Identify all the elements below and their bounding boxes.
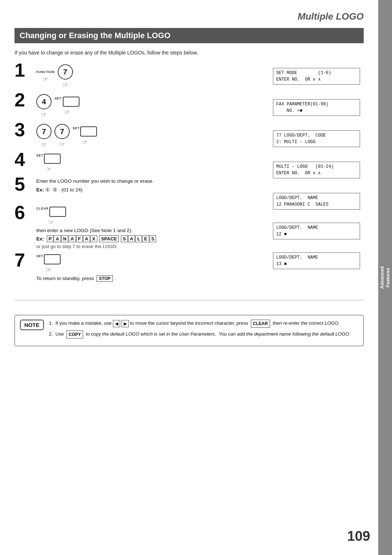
step-5-content: Enter the LOGO number you wish to change… [36, 176, 262, 193]
step-5-number: 5 [15, 175, 36, 194]
kbd-A2: A [69, 235, 75, 242]
hand-icon-1: ☞ [42, 75, 48, 83]
display-box-4: MULTI - LOGO (01-24)ENTER NO. OR ∨ ∧ [273, 162, 360, 178]
key-7b-group: 7 ☞ [54, 124, 70, 149]
hand-icon-5: ☞ [41, 141, 47, 149]
step-2-number: 2 [15, 90, 36, 109]
page-title: Multiple LOGO [15, 11, 364, 22]
step-7-buttons: SET ☞ [36, 254, 262, 274]
page-number: 109 [347, 528, 370, 544]
kbd-P: P [47, 235, 54, 242]
clear-key-group: CLEAR ☞ [36, 207, 66, 226]
note-item-2: 2. Use COPY to copy the default LOGO whi… [49, 331, 358, 339]
stop-key: STOP [97, 275, 113, 282]
kbd-S: S [121, 235, 128, 242]
key-4-group: 4 ☞ [36, 94, 52, 119]
sidebar-label: AdvancedFeatures [379, 266, 391, 289]
step-5-text: Enter the LOGO number you wish to change… [36, 178, 262, 184]
step-7-number: 7 [15, 251, 36, 270]
note-label: NOTE [20, 320, 44, 330]
step-2-content: 4 ☞ SET ☞ [36, 92, 262, 119]
kbd-space: SPACE [99, 235, 119, 242]
step-1: 1 FUNCTION ☞ 7 ☞ [15, 62, 262, 89]
key-7-group-1: 7 ☞ [58, 64, 73, 89]
display-1: SET MODE (1-6)ENTER NO. OR ∨ ∧ [273, 68, 364, 85]
hand-icon-3: ☞ [41, 111, 47, 119]
step-7: 7 SET ☞ To return to standby, press STOP… [15, 252, 262, 283]
hand-icon-2: ☞ [62, 81, 68, 89]
right-sidebar: AdvancedFeatures [378, 0, 392, 555]
step-4-number: 4 [15, 150, 36, 169]
hand-icon-4: ☞ [64, 108, 70, 116]
kbd-A4: A [128, 235, 135, 242]
step-3-number: 3 [15, 120, 36, 139]
display-4: MULTI - LOGO (01-24)ENTER NO. OR ∨ ∧ [273, 162, 364, 178]
kbd-X: X [90, 235, 97, 242]
hand-icon-9: ☞ [48, 218, 54, 226]
set-key-4 [44, 154, 61, 164]
key-7a-circle: 7 [36, 124, 52, 139]
kbd-L: L [135, 235, 142, 242]
section-heading: Changing or Erasing the Multiple LOGO [15, 28, 364, 43]
hand-icon-7: ☞ [82, 138, 88, 146]
function-key-group: FUNCTION ☞ [36, 70, 55, 83]
right-column: SET MODE (1-6)ENTER NO. OR ∨ ∧ FAX PARAM… [273, 62, 364, 286]
note-section: NOTE 1. If you make a mistake, use ◀ ▶ t… [15, 315, 364, 346]
step-4: 4 SET ☞ [15, 151, 262, 173]
step-5-ex: Ex: ① ② (01 to 24) [36, 187, 262, 193]
step-6-number: 6 [15, 203, 36, 222]
step-1-content: FUNCTION ☞ 7 ☞ [36, 62, 262, 89]
kbd-E: E [142, 235, 149, 242]
arrow-left-icon: ◀ [113, 320, 120, 327]
set-key-3 [80, 126, 97, 137]
step-5: 5 Enter the LOGO number you wish to chan… [15, 176, 262, 202]
display-5: LOGO/DEPT. NAME12 PANASONI C SALES [273, 193, 364, 210]
step-6: 6 CLEAR ☞ then enter a new LOGO (See Not… [15, 204, 262, 249]
display-box-5: LOGO/DEPT. NAME12 PANASONI C SALES [273, 193, 360, 210]
key-7-circle: 7 [58, 64, 73, 80]
set-key-group-3: SET ☞ [73, 126, 97, 146]
display-box-7: LOGO/DEPT. NAME13 ■ [273, 252, 360, 269]
clear-key [49, 207, 66, 217]
main-area: 1 FUNCTION ☞ 7 ☞ [15, 62, 364, 286]
step-4-buttons: SET ☞ [36, 154, 262, 173]
display-box-3: 77 LOGO/DEPT. CODE2: MULTI - LOGO [273, 130, 360, 147]
clear-label: CLEAR [36, 207, 49, 210]
key-4-circle: 4 [36, 94, 52, 109]
step-6-buttons: CLEAR ☞ [36, 207, 262, 226]
step-7-content: SET ☞ To return to standby, press STOP . [36, 252, 262, 283]
clear-inline-key: CLEAR [251, 320, 270, 328]
step-6-or-text: or just go to step 7 to erase the LOGO. [36, 244, 262, 249]
set-key-group-2: SET ☞ [54, 97, 79, 116]
display-3: 77 LOGO/DEPT. CODE2: MULTI - LOGO [273, 130, 364, 147]
kbd-A: A [54, 235, 61, 242]
step-3-buttons: 7 ☞ 7 ☞ SET ☞ [36, 124, 262, 149]
step-3: 3 7 ☞ 7 ☞ SET [15, 122, 262, 149]
display-box-6: LOGO/DEPT. NAME12 ■ [273, 223, 360, 239]
set-label-3: SET [73, 126, 79, 130]
step-3-content: 7 ☞ 7 ☞ SET ☞ [36, 122, 262, 149]
function-label: FUNCTION [36, 70, 55, 74]
arrow-right-icon: ▶ [122, 320, 129, 327]
hand-icon-10: ☞ [46, 266, 52, 274]
divider [15, 300, 364, 300]
step-4-content: SET ☞ [36, 151, 262, 173]
step-7-after-text: To return to standby, press STOP . [36, 275, 262, 282]
kbd-N: N [61, 235, 68, 242]
step-6-content: CLEAR ☞ then enter a new LOGO (See Note … [36, 204, 262, 249]
display-box-2: FAX PARAMETER(01-99) NO. =■ [273, 99, 360, 116]
step-2-buttons: 4 ☞ SET ☞ [36, 94, 262, 119]
step-2: 2 4 ☞ SET ☞ [15, 92, 262, 119]
note-content: 1. If you make a mistake, use ◀ ▶ to mov… [49, 320, 358, 341]
copy-inline-key: COPY [66, 331, 83, 339]
kbd-sequence: PANAFAX SPACE SALES [47, 235, 156, 242]
set-key-group-4: SET ☞ [36, 154, 61, 173]
display-7: LOGO/DEPT. NAME13 ■ [273, 252, 364, 269]
step-6-ex: Ex: PANAFAX SPACE SALES [36, 235, 262, 242]
kbd-S2: S [150, 235, 156, 242]
intro-text: If you have to change or erase any of th… [15, 50, 364, 56]
set-label-4: SET [36, 154, 43, 157]
step-6-after-text: then enter a new LOGO (See Note 1 and 2)… [36, 228, 262, 233]
kbd-F: F [76, 235, 83, 242]
kbd-A3: A [83, 235, 90, 242]
